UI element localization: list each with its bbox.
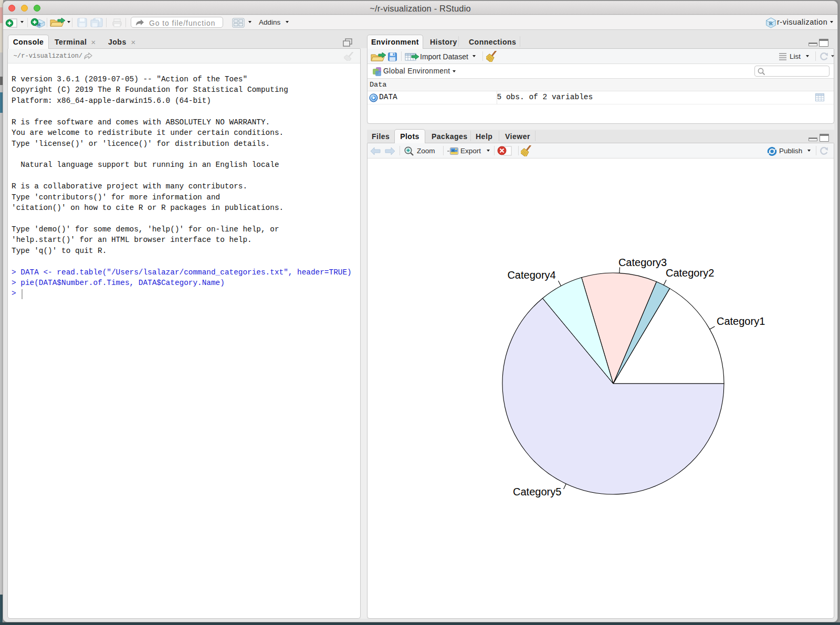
svg-text:Category1: Category1 — [717, 315, 765, 327]
svg-text:Category2: Category2 — [666, 267, 714, 279]
svg-text:Category4: Category4 — [507, 269, 555, 281]
svg-text:Category3: Category3 — [618, 257, 667, 268]
svg-text:R: R — [769, 20, 773, 26]
svg-text:Category5: Category5 — [513, 486, 561, 497]
